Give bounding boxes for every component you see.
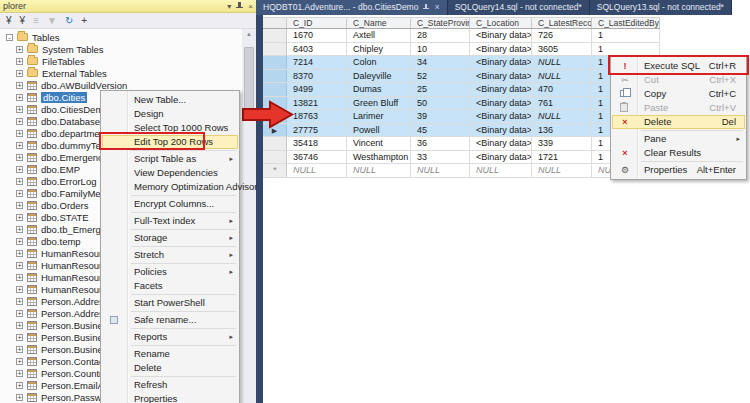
column-header[interactable]: C_StateProvin...: [411, 18, 470, 28]
grid-cell[interactable]: <Binary data>: [470, 137, 532, 150]
grid-cell[interactable]: 13821: [287, 97, 347, 110]
tab-sqlquery13[interactable]: SQLQuery13.sql - not connected*: [590, 0, 732, 15]
menu-item-storage[interactable]: Storage▸: [102, 231, 238, 245]
grid-cell[interactable]: <Binary data>: [470, 110, 532, 123]
grid-cell[interactable]: 470: [532, 83, 592, 96]
row-header-cell[interactable]: [263, 70, 287, 83]
grid-cell[interactable]: 52: [411, 70, 470, 83]
grid-cell[interactable]: 1: [592, 29, 660, 42]
grid-cell[interactable]: Colon: [347, 56, 411, 69]
grid-cell[interactable]: 25: [411, 83, 470, 96]
grid-cell[interactable]: 10: [411, 43, 470, 56]
expand-icon[interactable]: +: [16, 370, 23, 377]
grid-cell[interactable]: 1721: [532, 151, 592, 164]
grid-cell[interactable]: Dumas: [347, 83, 411, 96]
grid-cell[interactable]: 7214: [287, 56, 347, 69]
expand-icon[interactable]: +: [16, 394, 23, 401]
grid-cell[interactable]: Powell: [347, 124, 411, 137]
expand-icon[interactable]: +: [16, 238, 23, 245]
expand-icon[interactable]: +: [16, 226, 23, 233]
grid-cell[interactable]: NULL: [532, 56, 592, 69]
grid-cell[interactable]: 1: [592, 43, 660, 56]
tree-item[interactable]: +System Tables: [0, 43, 242, 55]
expand-icon[interactable]: +: [16, 250, 23, 257]
row-header-cell[interactable]: [263, 56, 287, 69]
menu-item-script-table-as[interactable]: Script Table as▸: [102, 152, 238, 166]
object-explorer-header[interactable]: plorer ▾ ×: [0, 0, 256, 13]
grid-cell[interactable]: 36: [411, 137, 470, 150]
expand-icon[interactable]: +: [16, 118, 23, 125]
grid-cell[interactable]: 34: [411, 56, 470, 69]
connect-icon[interactable]: ¥: [6, 14, 12, 28]
menu-item-policies[interactable]: Policies▸: [102, 265, 238, 279]
expand-icon[interactable]: +: [16, 310, 23, 317]
grid-cell[interactable]: 36746: [287, 151, 347, 164]
menu-item-view-dependencies[interactable]: View Dependencies: [102, 166, 238, 180]
grid-cell[interactable]: 136: [532, 124, 592, 137]
grid-cell[interactable]: 726: [532, 29, 592, 42]
tree-item[interactable]: -Tables: [0, 31, 242, 43]
tab-close-icon[interactable]: ×: [434, 0, 439, 15]
expand-icon[interactable]: +: [16, 82, 23, 89]
grid-cell[interactable]: 35418: [287, 137, 347, 150]
expand-icon[interactable]: +: [16, 346, 23, 353]
grid-cell[interactable]: NULL: [470, 164, 532, 177]
menu-item-select-top-1000-rows[interactable]: Select Top 1000 Rows: [102, 121, 238, 135]
grid-cell[interactable]: 45: [411, 124, 470, 137]
menu-item-facets[interactable]: Facets: [102, 279, 238, 293]
grid-cell[interactable]: NULL: [287, 164, 347, 177]
menu-item-design[interactable]: Design: [102, 107, 238, 121]
grid-cell[interactable]: NULL: [532, 70, 592, 83]
grid-cell[interactable]: <Binary data>: [470, 124, 532, 137]
expand-icon[interactable]: +: [16, 70, 23, 77]
menu-item-memory-optimization-advisor[interactable]: Memory Optimization Advisor: [102, 180, 238, 194]
script-icon[interactable]: +: [81, 14, 87, 28]
grid-cell[interactable]: Larimer: [347, 110, 411, 123]
menu-item-reports[interactable]: Reports▸: [102, 330, 238, 344]
grid-cell[interactable]: Daleyville: [347, 70, 411, 83]
expand-icon[interactable]: +: [16, 58, 23, 65]
grid-cell[interactable]: 9499: [287, 83, 347, 96]
expand-icon[interactable]: +: [16, 46, 23, 53]
disconnect-icon[interactable]: ¥: [20, 14, 26, 28]
grid-cell[interactable]: NULL: [347, 164, 411, 177]
grid-cell[interactable]: <Binary data>: [470, 56, 532, 69]
menu-item-new-table[interactable]: New Table...: [102, 93, 238, 107]
grid-cell[interactable]: Green Bluff: [347, 97, 411, 110]
grid-cell[interactable]: <Binary data>: [470, 29, 532, 42]
grid-cell[interactable]: Chipley: [347, 43, 411, 56]
menu-item-pane[interactable]: Pane▸: [612, 132, 745, 146]
menu-item-delete[interactable]: ×DeleteDel: [612, 115, 745, 129]
tab-pin-icon[interactable]: [423, 4, 429, 12]
stop-icon[interactable]: ≡: [33, 14, 39, 28]
expand-icon[interactable]: +: [16, 202, 23, 209]
expand-icon[interactable]: +: [16, 154, 23, 161]
row-header-cell[interactable]: [263, 43, 287, 56]
menu-item-encrypt-columns[interactable]: Encrypt Columns...: [102, 197, 238, 211]
select-all-cell[interactable]: [263, 18, 287, 28]
menu-item-copy[interactable]: CopyCtrl+C: [612, 87, 745, 101]
grid-cell[interactable]: 8370: [287, 70, 347, 83]
tree-scrollbar[interactable]: ▲: [242, 29, 256, 403]
refresh-icon[interactable]: ↻: [65, 14, 73, 28]
expand-icon[interactable]: +: [16, 382, 23, 389]
expand-icon[interactable]: +: [16, 130, 23, 137]
row-header-cell[interactable]: [263, 137, 287, 150]
expand-icon[interactable]: +: [16, 298, 23, 305]
menu-item-execute-sql[interactable]: !Execute SQLCtrl+R: [612, 59, 745, 73]
menu-item-delete[interactable]: Delete: [102, 361, 238, 375]
grid-cell[interactable]: 39: [411, 110, 470, 123]
menu-item-clear-results[interactable]: ×Clear Results: [612, 146, 745, 160]
grid-cell[interactable]: 339: [532, 137, 592, 150]
grid-cell[interactable]: <Binary data>: [470, 97, 532, 110]
column-header[interactable]: C_LatestRecor...: [532, 18, 592, 28]
tab-cities-demo[interactable]: HQDBT01.Adventure... - dbo.CitiesDemo×: [256, 0, 448, 15]
grid-cell[interactable]: Westhampton ...: [347, 151, 411, 164]
grid-cell[interactable]: 6403: [287, 43, 347, 56]
menu-item-safe-rename[interactable]: Safe rename...: [102, 313, 238, 327]
expand-icon[interactable]: +: [16, 94, 23, 101]
menu-item-stretch[interactable]: Stretch▸: [102, 248, 238, 262]
expand-icon[interactable]: +: [16, 214, 23, 221]
grid-cell[interactable]: NULL: [532, 164, 592, 177]
grid-cell[interactable]: 3605: [532, 43, 592, 56]
